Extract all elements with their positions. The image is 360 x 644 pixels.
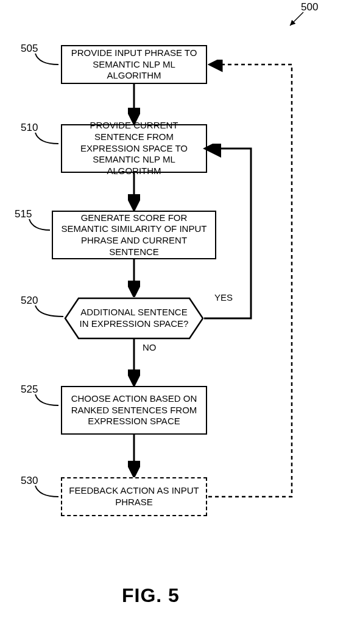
decision-520: ADDITIONAL SENTENCE IN EXPRESSION SPACE?: [64, 297, 204, 340]
step-505: PROVIDE INPUT PHRASE TO SEMANTIC NLP ML …: [61, 45, 207, 84]
step-525-text: CHOOSE ACTION BASED ON RANKED SENTENCES …: [66, 393, 202, 427]
lead-530: [34, 485, 62, 499]
step-515-text: GENERATE SCORE FOR SEMANTIC SIMILARITY O…: [57, 212, 211, 258]
step-515: GENERATE SCORE FOR SEMANTIC SIMILARITY O…: [52, 211, 216, 259]
arrow-feedback: [206, 60, 304, 500]
decision-520-text: ADDITIONAL SENTENCE IN EXPRESSION SPACE?: [64, 297, 204, 340]
svg-line-0: [290, 12, 303, 26]
arrow-510-515: [128, 173, 140, 211]
lead-520: [34, 304, 66, 319]
step-530: FEEDBACK ACTION AS INPUT PHRASE: [61, 477, 207, 516]
lead-515: [28, 218, 54, 233]
arrow-525-530: [128, 435, 140, 477]
lead-line-500: [286, 11, 305, 29]
step-505-text: PROVIDE INPUT PHRASE TO SEMANTIC NLP ML …: [66, 47, 202, 82]
arrow-505-510: [128, 84, 140, 124]
figure-caption: FIG. 5: [122, 584, 180, 607]
lead-510: [34, 131, 62, 146]
step-525: CHOOSE ACTION BASED ON RANKED SENTENCES …: [61, 386, 207, 435]
lead-505: [34, 52, 62, 67]
step-530-text: FEEDBACK ACTION AS INPUT PHRASE: [66, 485, 202, 508]
step-510-text: PROVIDE CURRENT SENTENCE FROM EXPRESSION…: [66, 120, 202, 177]
step-510: PROVIDE CURRENT SENTENCE FROM EXPRESSION…: [61, 124, 207, 173]
arrow-515-520: [128, 259, 140, 297]
flowchart-canvas: 500 PROVIDE INPUT PHRASE TO SEMANTIC NLP…: [0, 0, 360, 644]
arrow-520-525: [128, 338, 140, 386]
lead-525: [34, 393, 62, 408]
edge-no-label: NO: [143, 342, 157, 352]
